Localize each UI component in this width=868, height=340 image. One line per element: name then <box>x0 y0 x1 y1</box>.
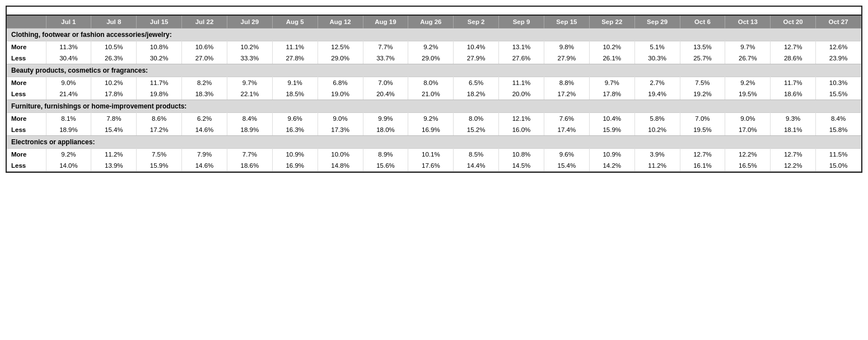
figure-title <box>7 7 861 16</box>
cell-cat0-less-col9: 27.9% <box>454 53 499 64</box>
header-col-Sep-15: Sep 15 <box>544 16 589 29</box>
header-col-Jul-8: Jul 8 <box>91 16 137 29</box>
header-col-Sep-22: Sep 22 <box>589 16 634 29</box>
cell-cat2-less-col0: 18.9% <box>46 124 91 136</box>
cell-cat1-less-col0: 21.4% <box>46 88 91 100</box>
cell-cat3-more-col5: 10.9% <box>272 149 318 160</box>
cell-cat2-more-col6: 9.0% <box>318 113 363 125</box>
cell-cat3-less-col9: 14.4% <box>454 160 499 172</box>
category-row-1: Beauty products, cosmetics or fragrances… <box>7 64 861 77</box>
cell-cat0-more-col7: 7.7% <box>363 41 408 53</box>
cell-cat1-more-col2: 11.7% <box>137 77 182 89</box>
cell-cat1-more-col16: 11.7% <box>771 77 816 89</box>
cell-cat2-more-col2: 8.6% <box>137 113 182 125</box>
cell-cat3-more-col6: 10.0% <box>318 149 363 160</box>
data-row-cat3-more: More9.2%11.2%7.5%7.9%7.7%10.9%10.0%8.9%1… <box>7 149 861 160</box>
cell-cat2-more-col5: 9.6% <box>272 113 318 125</box>
cell-cat3-more-col13: 3.9% <box>634 149 680 160</box>
cell-cat2-more-col12: 10.4% <box>589 113 634 125</box>
cell-cat2-less-col6: 17.3% <box>318 124 363 136</box>
cell-cat1-less-col1: 17.8% <box>91 88 137 100</box>
header-col-Aug-5: Aug 5 <box>272 16 318 29</box>
cell-cat0-less-col2: 30.2% <box>137 53 182 64</box>
figure-container: Jul 1Jul 8Jul 15Jul 22Jul 29Aug 5Aug 12A… <box>6 6 862 173</box>
cell-cat3-less-col3: 14.6% <box>182 160 227 172</box>
cell-cat2-more-col16: 9.3% <box>771 113 816 125</box>
cell-cat3-more-col17: 11.5% <box>816 149 861 160</box>
cell-cat2-less-col11: 17.4% <box>544 124 589 136</box>
cell-cat0-more-col2: 10.8% <box>137 41 182 53</box>
header-col-Oct-13: Oct 13 <box>725 16 771 29</box>
cell-cat2-less-col14: 19.5% <box>680 124 725 136</box>
cell-cat1-less-col11: 17.2% <box>544 88 589 100</box>
cell-cat0-more-col11: 9.8% <box>544 41 589 53</box>
cell-cat2-more-col10: 12.1% <box>499 113 544 125</box>
cell-cat3-more-col15: 12.2% <box>725 149 771 160</box>
table-header: Jul 1Jul 8Jul 15Jul 22Jul 29Aug 5Aug 12A… <box>7 16 861 29</box>
cell-cat2-less-col7: 18.0% <box>363 124 408 136</box>
cell-cat1-more-col3: 8.2% <box>182 77 227 89</box>
cell-cat2-less-col5: 16.3% <box>272 124 318 136</box>
cell-cat2-more-col11: 7.6% <box>544 113 589 125</box>
cell-cat2-less-col10: 16.0% <box>499 124 544 136</box>
cell-cat1-less-col17: 15.5% <box>816 88 861 100</box>
cell-cat0-less-col0: 30.4% <box>46 53 91 64</box>
cell-cat1-more-col1: 10.2% <box>91 77 137 89</box>
category-row-2: Furniture, furnishings or home-improveme… <box>7 100 861 113</box>
row-label-cat2-less: Less <box>7 124 46 136</box>
header-col-Oct-6: Oct 6 <box>680 16 725 29</box>
cell-cat2-more-col3: 6.2% <box>182 113 227 125</box>
cell-cat1-less-col7: 20.4% <box>363 88 408 100</box>
cell-cat1-less-col2: 19.8% <box>137 88 182 100</box>
cell-cat3-less-col0: 14.0% <box>46 160 91 172</box>
cell-cat3-less-col11: 15.4% <box>544 160 589 172</box>
cell-cat1-less-col8: 21.0% <box>408 88 454 100</box>
cell-cat1-more-col0: 9.0% <box>46 77 91 89</box>
row-label-cat3-less: Less <box>7 160 46 172</box>
data-row-cat2-less: Less18.9%15.4%17.2%14.6%18.9%16.3%17.3%1… <box>7 124 861 136</box>
cell-cat2-more-col7: 9.9% <box>363 113 408 125</box>
header-col-Oct-20: Oct 20 <box>771 16 816 29</box>
row-label-cat0-less: Less <box>7 53 46 64</box>
cell-cat2-less-col16: 18.1% <box>771 124 816 136</box>
cell-cat0-less-col3: 27.0% <box>182 53 227 64</box>
cell-cat3-more-col4: 7.7% <box>227 149 272 160</box>
category-row-3: Electronics or appliances: <box>7 136 861 149</box>
cell-cat0-more-col6: 12.5% <box>318 41 363 53</box>
cell-cat0-more-col8: 9.2% <box>408 41 454 53</box>
cell-cat2-less-col2: 17.2% <box>137 124 182 136</box>
header-col-Sep-9: Sep 9 <box>499 16 544 29</box>
cell-cat3-less-col15: 16.5% <box>725 160 771 172</box>
cell-cat3-less-col10: 14.5% <box>499 160 544 172</box>
cell-cat3-more-col3: 7.9% <box>182 149 227 160</box>
cell-cat3-less-col12: 14.2% <box>589 160 634 172</box>
cell-cat0-less-col10: 27.6% <box>499 53 544 64</box>
cell-cat1-less-col9: 18.2% <box>454 88 499 100</box>
cell-cat2-less-col12: 15.9% <box>589 124 634 136</box>
data-row-cat1-more: More9.0%10.2%11.7%8.2%9.7%9.1%6.8%7.0%8.… <box>7 77 861 89</box>
header-col-Jul-29: Jul 29 <box>227 16 272 29</box>
header-col-Oct-27: Oct 27 <box>816 16 861 29</box>
cell-cat2-less-col13: 10.2% <box>634 124 680 136</box>
cell-cat0-less-col6: 29.0% <box>318 53 363 64</box>
cell-cat2-less-col17: 15.8% <box>816 124 861 136</box>
cell-cat0-more-col12: 10.2% <box>589 41 634 53</box>
cell-cat3-less-col17: 15.0% <box>816 160 861 172</box>
cell-cat1-less-col15: 19.5% <box>725 88 771 100</box>
cell-cat3-more-col16: 12.7% <box>771 149 816 160</box>
cell-cat0-less-col17: 23.9% <box>816 53 861 64</box>
cell-cat1-more-col12: 9.7% <box>589 77 634 89</box>
cell-cat3-less-col14: 16.1% <box>680 160 725 172</box>
cell-cat3-more-col12: 10.9% <box>589 149 634 160</box>
row-label-cat2-more: More <box>7 113 46 125</box>
cell-cat0-less-col8: 29.0% <box>408 53 454 64</box>
cell-cat1-less-col12: 17.8% <box>589 88 634 100</box>
category-label-3: Electronics or appliances: <box>7 136 861 149</box>
cell-cat3-less-col16: 12.2% <box>771 160 816 172</box>
data-row-cat0-less: Less30.4%26.3%30.2%27.0%33.3%27.8%29.0%3… <box>7 53 861 64</box>
cell-cat3-more-col14: 12.7% <box>680 149 725 160</box>
cell-cat1-more-col15: 9.2% <box>725 77 771 89</box>
cell-cat0-less-col13: 30.3% <box>634 53 680 64</box>
cell-cat1-more-col7: 7.0% <box>363 77 408 89</box>
header-label-col <box>7 16 46 29</box>
